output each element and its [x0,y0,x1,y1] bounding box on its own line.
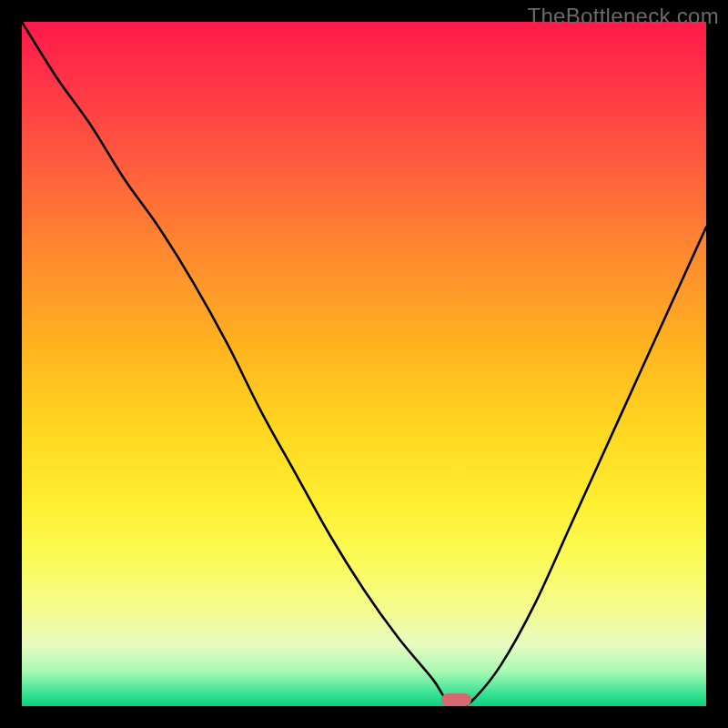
chart-frame: TheBottleneck.com [0,0,728,728]
bottleneck-curve [22,22,706,706]
watermark-text: TheBottleneck.com [527,4,719,29]
optimum-marker [441,693,472,706]
plot-area [22,22,706,706]
